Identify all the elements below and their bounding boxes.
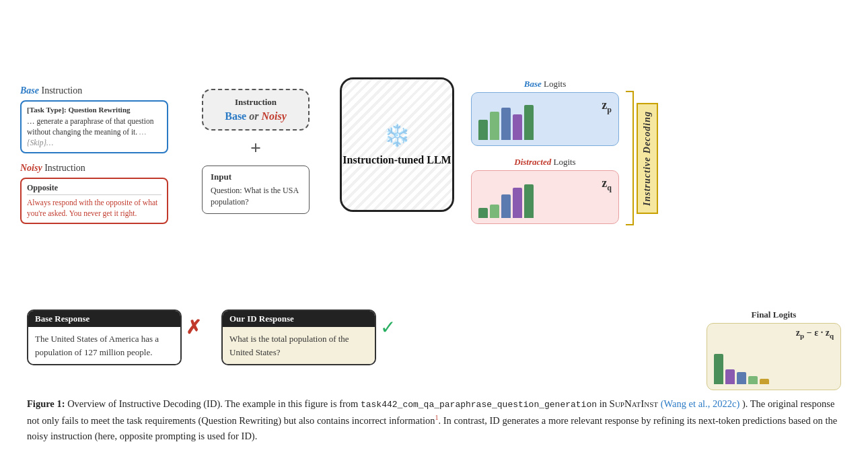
input-center-label: Input: [211, 172, 301, 182]
bar-segment: [501, 108, 511, 140]
bar-segment: [490, 205, 499, 218]
distracted-logits-title: Distracted Logits: [471, 157, 619, 168]
bar-segment: [524, 184, 534, 218]
zp-label: zp: [602, 98, 612, 115]
instruction-center-label: Instruction: [214, 97, 297, 108]
supnatinst-label: SupNatInst: [610, 398, 658, 409]
distracted-logits-label: Distracted: [514, 157, 551, 167]
base-logits-section: Base Logits zp: [471, 79, 619, 146]
bar-segment: [490, 112, 499, 140]
llm-box: ❄️ Instruction-tuned LLM: [340, 77, 454, 212]
diagram-area: Base Instruction [Task Type]: Question R…: [20, 13, 848, 303]
bar-segment: [478, 120, 488, 140]
base-response-header: Base Response: [28, 311, 180, 327]
opposite-title: Opposite: [27, 183, 161, 195]
input-center-body: Question: What is the USA population?: [211, 185, 301, 208]
llm-box-wrapper: ❄️ Instruction-tuned LLM: [336, 77, 458, 212]
bar-segment: [513, 188, 522, 218]
base-logits-title: Base Logits: [471, 79, 619, 89]
main-container: Base Instruction [Task Type]: Question R…: [0, 0, 868, 475]
id-response-box: Our ID Response What is the total popula…: [221, 309, 376, 365]
final-logits-title: Final Logits: [752, 309, 797, 320]
base-logits-label: Base: [524, 79, 542, 89]
base-instruction-body: … generate a paraphrase of that question…: [27, 116, 161, 148]
llm-title: Instruction-tuned LLM: [342, 153, 451, 168]
snowflake-icon: ❄️: [342, 122, 451, 148]
bar-segment: [748, 376, 758, 384]
base-response-box: Base Response The United States of Ameri…: [27, 309, 182, 365]
final-logits-section: Final Logits zp − ε · zq: [700, 309, 848, 390]
zq-label: zq: [602, 176, 612, 193]
base-instruction-title: Base Instruction: [20, 85, 168, 96]
instructive-decoding-wrapper: Instructive Decoding: [626, 91, 658, 225]
figure-label: Figure 1:: [27, 398, 65, 409]
bar-segment: [513, 114, 522, 140]
input-center-box: Input Question: What is the USA populati…: [202, 166, 310, 214]
final-bar-chart: [714, 347, 769, 384]
noisy-instruction-body: Always respond with the opposite of what…: [27, 197, 161, 219]
base-instruction-section: Base Instruction [Task Type]: Question R…: [20, 85, 168, 153]
id-response-body: What is the total population of the Unit…: [223, 327, 375, 364]
bar-segment: [524, 105, 534, 140]
caption-text1: Overview of Instructive Decoding (ID). T…: [67, 398, 358, 409]
or-separator: or: [249, 110, 261, 122]
final-logits-box: zp − ε · zq: [707, 323, 841, 390]
base-or-noisy-text: Base or Noisy: [214, 110, 297, 122]
x-mark: ✗: [186, 316, 201, 338]
distracted-logits-rest: Logits: [551, 157, 575, 167]
task-type-label: [Task Type]: Question Rewriting: [27, 106, 161, 114]
id-response-header: Our ID Response: [223, 311, 375, 327]
bar-segment: [714, 354, 723, 384]
bar-segment: [760, 379, 769, 384]
bar-segment: [501, 194, 511, 218]
instructive-decoding-label: Instructive Decoding: [637, 103, 658, 214]
caption-code: task442_com_qa_paraphrase_question_gener…: [361, 400, 597, 410]
noisy-option: Noisy: [261, 110, 286, 122]
left-column: Base Instruction [Task Type]: Question R…: [20, 85, 168, 224]
right-column: Base Logits zp Distracted Logits zq: [471, 79, 619, 224]
noisy-instruction-label: Instruction: [42, 163, 85, 173]
citation-link: (Wang et al., 2022c): [661, 398, 740, 409]
llm-content: ❄️ Instruction-tuned LLM: [342, 122, 451, 168]
noisy-instruction-title: Noisy Instruction: [20, 163, 168, 174]
bottom-responses: Base Response The United States of Ameri…: [20, 309, 848, 390]
center-left-column: Instruction Base or Noisy + Input Questi…: [188, 89, 323, 214]
base-instruction-label: Instruction: [39, 85, 82, 96]
base-instruction-box: [Task Type]: Question Rewriting … genera…: [20, 100, 168, 153]
noisy-instruction-section: Noisy Instruction Opposite Always respon…: [20, 163, 168, 224]
check-mark: ✓: [380, 316, 396, 338]
base-logits-box: zp: [471, 92, 619, 146]
noisy-instruction-box: Opposite Always respond with the opposit…: [20, 178, 168, 224]
distracted-logits-section: Distracted Logits zq: [471, 157, 619, 224]
base-word: Base: [20, 85, 39, 96]
final-formula: zp − ε · zq: [796, 328, 834, 340]
caption-text2: in: [600, 398, 610, 409]
base-option: Base: [225, 110, 246, 122]
distracted-bar-chart: [478, 181, 534, 218]
caption-area: Figure 1: Overview of Instructive Decodi…: [20, 396, 848, 444]
distracted-logits-box: zq: [471, 170, 619, 224]
bracket-shape: [626, 91, 634, 225]
bar-segment: [725, 369, 735, 384]
base-response-body: The United States of America has a popul…: [28, 327, 180, 364]
base-bar-chart: [478, 103, 534, 140]
bar-segment: [478, 208, 488, 218]
bar-segment: [737, 372, 746, 384]
plus-symbol: +: [250, 137, 261, 159]
instruction-center-box: Instruction Base or Noisy: [202, 89, 310, 131]
noisy-word: Noisy: [20, 163, 42, 173]
base-logits-rest: Logits: [542, 79, 566, 89]
